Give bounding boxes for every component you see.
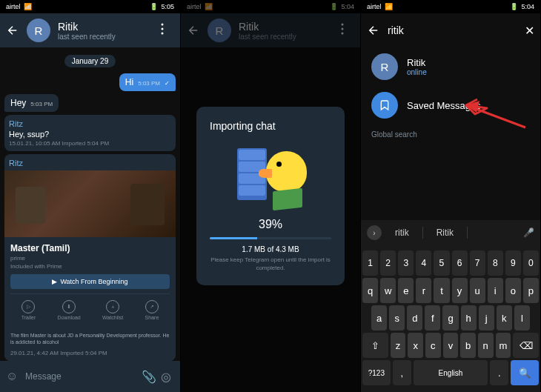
key-4[interactable]: 4 [416, 250, 431, 276]
search-header: ✕ [361, 13, 540, 47]
search-result-saved[interactable]: Saved Messages [361, 86, 540, 124]
svg-point-2 [162, 33, 164, 35]
key-x[interactable]: x [408, 333, 423, 358]
svg-point-1 [162, 28, 164, 30]
key-y[interactable]: y [452, 278, 468, 303]
media-title: Master (Tamil) [10, 243, 170, 253]
key-n[interactable]: n [478, 333, 494, 358]
chat-title[interactable]: Ritik [58, 21, 153, 33]
key-e[interactable]: e [398, 278, 414, 303]
search-results: R Ritik online Saved Messages Global sea… [361, 47, 540, 220]
key-5[interactable]: 5 [434, 250, 449, 276]
progress-percent: 39% [210, 218, 331, 231]
key-t[interactable]: t [434, 278, 449, 303]
outgoing-message[interactable]: Hi5:03 PM✓ [119, 73, 176, 91]
watchlist-button[interactable]: +Watchlist [102, 300, 123, 320]
watch-button[interactable]: ▶Watch From Beginning [10, 274, 170, 289]
key-3[interactable]: 3 [398, 250, 414, 276]
key-h[interactable]: h [461, 305, 477, 330]
status-bar: airtel📶 🔋5:05 [0, 0, 180, 13]
duck-sticker [230, 142, 311, 209]
key-0[interactable]: 0 [523, 250, 539, 276]
keyboard: 1234567890 qwertyuiop asdfghjkl ⇧ zxcvbn… [361, 245, 540, 392]
camera-icon[interactable]: ◎ [161, 370, 174, 384]
comma-key[interactable]: , [393, 360, 411, 385]
back-icon[interactable] [367, 24, 380, 37]
progress-bar [210, 237, 331, 239]
key-l[interactable]: l [514, 305, 530, 330]
search-input[interactable] [388, 24, 517, 36]
progress-hint: Please keep Telegram open until the impo… [210, 256, 331, 272]
key-2[interactable]: 2 [380, 250, 396, 276]
expand-suggestions-icon[interactable]: › [367, 225, 382, 240]
suggestion[interactable]: Ritik [429, 227, 461, 238]
trailer-button[interactable]: ▷Trailer [21, 300, 36, 320]
attach-icon[interactable]: 📎 [142, 370, 155, 384]
modal-overlay: Importing chat 39% 1.7 MB of 4.3 MB Plea… [181, 0, 360, 392]
period-key[interactable]: . [490, 360, 508, 385]
chat-header: R Ritik last seen recently [0, 13, 180, 47]
key-z[interactable]: z [391, 333, 406, 358]
download-button[interactable]: ⬇Download [58, 300, 81, 320]
bookmark-icon [371, 92, 398, 119]
key-7[interactable]: 7 [470, 250, 485, 276]
status-bar: airtel📶 🔋5:04 [361, 0, 540, 13]
key-s[interactable]: s [389, 305, 405, 330]
emoji-icon[interactable]: ☺ [6, 370, 19, 383]
backspace-key[interactable]: ⌫ [513, 333, 539, 358]
key-u[interactable]: u [470, 278, 485, 303]
search-result-user[interactable]: R Ritik online [361, 47, 540, 86]
modal-title: Importing chat [210, 120, 331, 132]
key-k[interactable]: k [497, 305, 512, 330]
chat-subtitle: last seen recently [58, 33, 153, 41]
incoming-message[interactable]: Hey5:03 PM [4, 94, 59, 112]
key-1[interactable]: 1 [362, 250, 378, 276]
keyboard-suggestions: › ritik Ritik 🎤 [361, 220, 540, 245]
phone-search: airtel📶 🔋5:04 ✕ R Ritik online Saved Mes… [360, 0, 540, 392]
clear-icon[interactable]: ✕ [525, 24, 534, 38]
key-o[interactable]: o [505, 278, 521, 303]
importing-modal: Importing chat 39% 1.7 MB of 4.3 MB Plea… [196, 107, 345, 285]
forwarded-message[interactable]: Ritz Hey, ssup? 15.01.21, 10:05 AM Impor… [4, 115, 176, 151]
key-i[interactable]: i [488, 278, 503, 303]
phone-importing: airtel📶 🔋5:04 R Ritik last seen recently… [180, 0, 360, 392]
key-b[interactable]: b [460, 333, 476, 358]
svg-point-0 [162, 24, 164, 26]
space-key[interactable]: English [414, 360, 488, 385]
key-p[interactable]: p [523, 278, 539, 303]
progress-size: 1.7 MB of 4.3 MB [210, 245, 331, 253]
phone-chat: airtel📶 🔋5:05 R Ritik last seen recently… [0, 0, 180, 392]
key-9[interactable]: 9 [505, 250, 521, 276]
search-key[interactable]: 🔍 [511, 360, 539, 385]
avatar: R [371, 53, 398, 80]
share-button[interactable]: ↗Share [145, 300, 159, 320]
key-r[interactable]: r [416, 278, 431, 303]
suggestion[interactable]: ritik [388, 227, 416, 238]
message-input-bar: ☺ Message 📎 ◎ [0, 361, 180, 392]
key-c[interactable]: c [425, 333, 441, 358]
key-w[interactable]: w [380, 278, 396, 303]
forwarded-media[interactable]: Ritz Master (Tamil) prime Included with … [4, 154, 176, 361]
key-a[interactable]: a [371, 305, 387, 330]
more-icon[interactable] [161, 23, 174, 38]
key-g[interactable]: g [442, 305, 458, 330]
key-v[interactable]: v [443, 333, 459, 358]
key-m[interactable]: m [496, 333, 511, 358]
message-input[interactable]: Message [25, 371, 136, 382]
chat-body[interactable]: January 29 Hi5:03 PM✓ Hey5:03 PM Ritz He… [0, 47, 180, 361]
key-6[interactable]: 6 [452, 250, 468, 276]
mic-icon[interactable]: 🎤 [523, 227, 534, 238]
key-q[interactable]: q [362, 278, 378, 303]
key-8[interactable]: 8 [488, 250, 503, 276]
section-label: Global search [361, 124, 540, 142]
key-j[interactable]: j [479, 305, 494, 330]
key-d[interactable]: d [407, 305, 422, 330]
symbols-key[interactable]: ?123 [362, 360, 391, 385]
media-thumbnail[interactable] [4, 170, 176, 237]
avatar[interactable]: R [27, 19, 50, 42]
shift-key[interactable]: ⇧ [362, 333, 388, 358]
key-f[interactable]: f [425, 305, 440, 330]
date-chip: January 29 [64, 55, 116, 67]
back-icon[interactable] [6, 24, 19, 37]
